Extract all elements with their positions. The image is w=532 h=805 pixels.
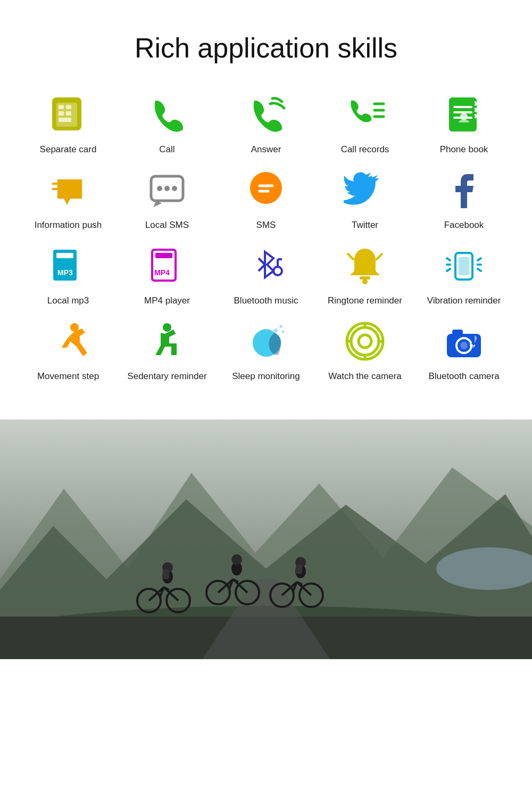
svg-line-41 [348, 254, 353, 259]
icon-cell-call-records: Call records [318, 91, 412, 155]
twitter-icon [341, 166, 389, 214]
call-label: Call [159, 144, 174, 155]
icon-cell-separate-card: Separate card [21, 91, 115, 155]
mp4-player-icon: MP4 [143, 242, 191, 290]
local-mp3-icon: MP3 [44, 242, 92, 290]
svg-point-91 [231, 554, 242, 565]
icons-grid: Separate cardCallAnswerCall recordsPhone… [11, 91, 521, 404]
svg-line-42 [377, 254, 382, 259]
separate-card-label: Separate card [40, 144, 97, 155]
svg-line-47 [447, 269, 450, 271]
svg-point-24 [172, 186, 177, 191]
ringtone-reminder-label: Ringtone reminder [328, 295, 402, 307]
background-image [0, 420, 532, 659]
ringtone-reminder-icon [341, 242, 389, 290]
sms-label: SMS [256, 219, 276, 231]
sedentary-reminder-label: Sedentary reminder [127, 371, 206, 382]
facebook-icon [440, 166, 488, 214]
svg-rect-5 [66, 111, 71, 116]
bluetooth-camera-icon [440, 317, 488, 365]
phone-book-icon [440, 91, 488, 138]
svg-point-57 [351, 327, 379, 355]
answer-icon [242, 91, 290, 138]
icon-cell-vibration-reminder: Vibration reminder [417, 242, 511, 307]
svg-point-14 [460, 113, 468, 120]
svg-rect-32 [155, 253, 172, 258]
movement-step-icon [44, 317, 92, 365]
svg-rect-29 [56, 253, 73, 258]
icon-cell-bluetooth-camera: Bluetooth camera [417, 317, 511, 382]
sedentary-reminder-icon [143, 317, 191, 365]
icon-cell-bluetooth-music: Bluetooth music [219, 242, 313, 307]
svg-point-53 [273, 328, 278, 333]
icon-cell-local-mp3: MP3Local mp3 [21, 242, 115, 307]
svg-rect-100 [296, 564, 302, 574]
svg-rect-2 [59, 105, 64, 109]
svg-line-50 [478, 269, 481, 271]
movement-step-label: Movement step [37, 371, 99, 382]
svg-point-22 [157, 186, 162, 191]
information-push-label: Information push [35, 219, 102, 231]
svg-rect-6 [59, 118, 71, 122]
svg-point-23 [164, 186, 170, 191]
call-records-icon [341, 91, 389, 138]
bluetooth-music-label: Bluetooth music [234, 295, 298, 307]
svg-rect-4 [59, 111, 64, 116]
twitter-label: Twitter [352, 219, 378, 231]
svg-point-25 [250, 172, 282, 204]
bluetooth-music-icon [242, 242, 290, 290]
svg-point-55 [282, 331, 285, 333]
svg-rect-44 [459, 257, 469, 275]
sleep-monitoring-icon [242, 317, 290, 365]
local-sms-icon [143, 166, 191, 214]
svg-line-48 [478, 258, 481, 260]
svg-point-51 [70, 323, 79, 332]
svg-point-54 [279, 325, 282, 328]
page-wrapper: Rich application skills Separate cardCal… [0, 0, 532, 659]
bluetooth-camera-label: Bluetooth camera [428, 371, 499, 382]
top-section: Rich application skills Separate cardCal… [0, 0, 532, 420]
call-records-label: Call records [341, 144, 389, 155]
icon-cell-information-push: Information push [21, 166, 115, 231]
icon-cell-watch-camera: Watch the camera [318, 317, 412, 382]
icon-cell-call: Call [120, 91, 214, 155]
icon-cell-local-sms: Local SMS [120, 166, 214, 231]
icon-cell-movement-step: Movement step [21, 317, 115, 382]
watch-camera-label: Watch the camera [328, 371, 401, 382]
answer-label: Answer [251, 144, 281, 155]
svg-point-52 [163, 323, 171, 332]
icon-cell-phone-book: Phone book [417, 91, 511, 155]
icon-cell-mp4-player: MP4MP4 player [120, 242, 214, 307]
icon-cell-sedentary-reminder: Sedentary reminder [120, 317, 214, 382]
sleep-monitoring-label: Sleep monitoring [232, 371, 300, 382]
svg-rect-3 [66, 105, 71, 109]
phone-book-label: Phone book [440, 144, 488, 155]
watch-camera-icon [341, 317, 389, 365]
call-icon [143, 91, 191, 138]
mp4-player-label: MP4 player [144, 295, 190, 307]
vibration-reminder-label: Vibration reminder [427, 295, 501, 307]
icon-cell-sleep-monitoring: Sleep monitoring [219, 317, 313, 382]
svg-point-66 [460, 342, 468, 349]
page-title: Rich application skills [11, 32, 521, 64]
local-sms-label: Local SMS [145, 219, 189, 231]
separate-card-icon [44, 91, 92, 138]
svg-point-40 [362, 279, 368, 284]
svg-text:MP3: MP3 [57, 268, 73, 277]
local-mp3-label: Local mp3 [47, 295, 89, 307]
information-push-icon [44, 166, 92, 214]
icon-cell-sms: SMS [219, 166, 313, 231]
facebook-label: Facebook [444, 219, 484, 231]
svg-text:MP4: MP4 [154, 268, 170, 277]
icon-cell-twitter: Twitter [318, 166, 412, 231]
svg-line-45 [447, 258, 450, 260]
vibration-reminder-icon [440, 242, 488, 290]
svg-rect-83 [163, 570, 169, 579]
sms-icon [242, 166, 290, 214]
svg-point-58 [359, 335, 371, 348]
icon-cell-facebook: Facebook [417, 166, 511, 231]
icon-cell-answer: Answer [219, 91, 313, 155]
icon-cell-ringtone-reminder: Ringtone reminder [318, 242, 412, 307]
svg-rect-64 [452, 330, 463, 335]
